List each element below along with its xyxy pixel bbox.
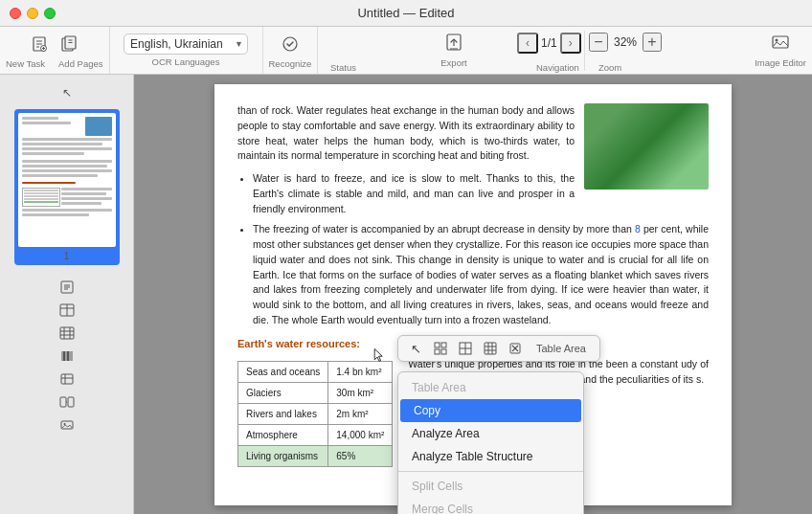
table-row: Seas and oceans 1.4 bn km² bbox=[238, 362, 393, 383]
export-button[interactable] bbox=[440, 31, 467, 56]
table-row: Rivers and lakes 2m km² bbox=[238, 404, 393, 425]
svg-rect-38 bbox=[60, 397, 66, 407]
barcode-tool[interactable] bbox=[56, 346, 78, 367]
cursor-tool-icon[interactable]: ↖ bbox=[404, 339, 427, 358]
table-cell-value: 65% bbox=[328, 446, 393, 467]
select-tool[interactable]: ↖ bbox=[56, 82, 78, 103]
ctx-table-area: Table Area bbox=[398, 376, 583, 399]
page-info: 1/1 bbox=[541, 36, 557, 50]
ctx-merge-cells: Merge Cells bbox=[398, 498, 583, 514]
thumbnail-image bbox=[18, 113, 116, 247]
table-tool2[interactable] bbox=[56, 323, 78, 344]
mini-toolbar: ↖ bbox=[397, 335, 600, 362]
grid-icon-2[interactable] bbox=[454, 339, 477, 358]
navigation-label: Navigation bbox=[536, 62, 579, 73]
toolbar-separator bbox=[584, 31, 585, 71]
svg-rect-15 bbox=[773, 36, 788, 48]
ctx-analyze-area[interactable]: Analyze Area bbox=[398, 422, 583, 445]
zoom-in-button[interactable]: + bbox=[643, 33, 662, 52]
image-editor-section: Image Editor bbox=[755, 31, 806, 68]
window-title: Untitled — Edited bbox=[357, 6, 454, 20]
svg-rect-39 bbox=[68, 397, 74, 407]
ctx-divider-1 bbox=[398, 471, 583, 472]
table-row: Atmosphere 14,000 km² bbox=[238, 425, 393, 446]
add-pages-label: Add Pages bbox=[58, 58, 102, 69]
zoom-label: Zoom bbox=[598, 62, 621, 73]
table-cell-label: Rivers and lakes bbox=[238, 404, 328, 425]
svg-rect-44 bbox=[441, 343, 446, 347]
waterfall-image bbox=[584, 103, 709, 190]
svg-rect-24 bbox=[60, 327, 74, 339]
document-area: than of rock. Water regulates heat excha… bbox=[134, 75, 812, 514]
table-cell-label: Atmosphere bbox=[238, 425, 328, 446]
ctx-copy[interactable]: Copy bbox=[400, 399, 581, 422]
export-label: Export bbox=[440, 57, 466, 68]
image-editor-button[interactable] bbox=[767, 31, 794, 56]
image-tool[interactable] bbox=[56, 414, 78, 436]
text-tool[interactable] bbox=[56, 277, 78, 298]
svg-rect-41 bbox=[61, 421, 73, 429]
svg-rect-46 bbox=[441, 349, 446, 354]
svg-rect-45 bbox=[435, 349, 440, 354]
image-editor-label: Image Editor bbox=[755, 57, 806, 68]
next-page-button[interactable]: › bbox=[560, 33, 581, 54]
new-task-button[interactable] bbox=[26, 32, 53, 56]
mini-toolbar-label: Table Area bbox=[529, 339, 594, 358]
svg-rect-35 bbox=[61, 374, 73, 384]
svg-point-16 bbox=[776, 39, 778, 42]
recognize-button[interactable] bbox=[277, 32, 304, 56]
bullet-list: Water is hard to freeze, and ice is slow… bbox=[253, 171, 709, 328]
close-button[interactable] bbox=[10, 8, 21, 19]
table-row: Glaciers 30m km² bbox=[238, 383, 393, 404]
bullet-item-2: The freezing of water is accompanied by … bbox=[253, 222, 709, 327]
context-menu: Table Area Copy Analyze Area Analyze Tab… bbox=[397, 371, 584, 514]
ctx-split-cells: Split Cells bbox=[398, 475, 583, 498]
table-cell-label: Seas and oceans bbox=[238, 362, 328, 383]
new-task-label: New Task bbox=[6, 58, 45, 69]
status-label: Status bbox=[330, 62, 356, 73]
split-tool[interactable] bbox=[56, 391, 78, 413]
page-thumbnail[interactable]: 1 bbox=[14, 109, 120, 265]
new-task-section: New Task Add Pages bbox=[0, 27, 110, 74]
add-pages-button[interactable] bbox=[56, 32, 82, 56]
ocr-language-dropdown[interactable]: English, Ukrainian English German French bbox=[124, 34, 248, 55]
minimize-button[interactable] bbox=[27, 8, 38, 19]
thumbnail-page-number: 1 bbox=[18, 251, 116, 261]
titlebar: Untitled — Edited bbox=[0, 0, 812, 27]
svg-rect-43 bbox=[435, 343, 440, 347]
thumbnail-sidebar: ↖ bbox=[0, 75, 134, 514]
ocr-languages-label: OCR Languages bbox=[152, 56, 220, 67]
table-cell-label: Glaciers bbox=[238, 383, 328, 404]
zoom-value: 32% bbox=[611, 35, 640, 49]
svg-rect-50 bbox=[485, 343, 496, 354]
delete-tool-icon[interactable] bbox=[504, 339, 527, 358]
prev-page-button[interactable]: ‹ bbox=[517, 33, 538, 54]
export-section: Export bbox=[440, 31, 467, 68]
maximize-button[interactable] bbox=[44, 8, 56, 19]
zoom-controls: − 32% + bbox=[589, 33, 662, 52]
recognize-label: Recognize bbox=[269, 58, 312, 69]
main-layout: ↖ bbox=[0, 75, 812, 514]
mark-tool[interactable] bbox=[56, 369, 78, 390]
water-table: Seas and oceans 1.4 bn km² Glaciers 30m … bbox=[237, 361, 393, 467]
ctx-analyze-table[interactable]: Analyze Table Structure bbox=[398, 445, 583, 468]
table-cell-value: 1.4 bn km² bbox=[328, 362, 393, 383]
grid-icon-3[interactable] bbox=[479, 339, 502, 358]
table-cell-value: 2m km² bbox=[328, 404, 393, 425]
grid-icon-1[interactable] bbox=[429, 339, 452, 358]
zoom-out-button[interactable]: − bbox=[589, 33, 608, 52]
recognize-section: Recognize bbox=[263, 27, 319, 74]
ocr-languages-section: English, Ukrainian English German French… bbox=[110, 27, 263, 74]
table-cell-value: 14,000 km² bbox=[328, 425, 393, 446]
toolbar: New Task Add Pages English, Ukrainian En… bbox=[0, 27, 812, 75]
table-cell-value: 30m km² bbox=[328, 383, 393, 404]
table-row: Living organisms 65% bbox=[238, 446, 393, 467]
table-cell-label: Living organisms bbox=[238, 446, 328, 467]
table-tool1[interactable] bbox=[56, 300, 78, 321]
window-controls bbox=[10, 8, 56, 19]
navigation-controls: ‹ 1/1 › bbox=[517, 33, 581, 54]
